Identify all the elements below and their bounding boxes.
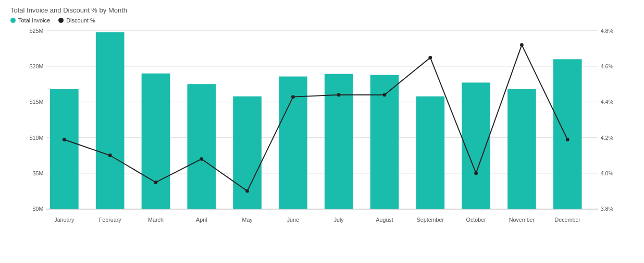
legend-black-dot <box>58 18 64 23</box>
xlabel-november: November <box>509 217 535 223</box>
xlabel-june: June <box>287 217 299 223</box>
chart-container: Total Invoice and Discount % by Month To… <box>0 0 644 263</box>
dot-july <box>337 93 341 97</box>
chart-area: $0M $5M $10M $15M $20M $25M 3.8% 4.0% 4.… <box>10 26 634 234</box>
legend-total-invoice-label: Total Invoice <box>18 17 50 23</box>
svg-text:$25M: $25M <box>30 28 44 34</box>
xlabel-january: January <box>54 217 75 223</box>
dot-august <box>383 93 387 97</box>
bar-march <box>142 74 170 209</box>
xlabel-december: December <box>554 217 580 223</box>
bar-december <box>553 59 582 209</box>
svg-text:3.8%: 3.8% <box>601 206 614 212</box>
xlabel-february: February <box>99 217 122 223</box>
xlabel-october: October <box>466 217 487 223</box>
dot-january <box>63 138 66 141</box>
svg-text:4.8%: 4.8% <box>601 28 614 34</box>
xlabel-march: March <box>148 217 164 223</box>
svg-text:$10M: $10M <box>30 135 44 141</box>
svg-text:4.0%: 4.0% <box>601 170 614 176</box>
svg-text:$15M: $15M <box>30 99 44 105</box>
dot-february <box>108 153 112 157</box>
xlabel-july: July <box>334 217 344 223</box>
xlabel-september: September <box>417 217 444 223</box>
dot-november <box>520 43 524 47</box>
discount-line <box>64 45 567 191</box>
bar-january <box>50 89 79 209</box>
svg-text:$5M: $5M <box>33 170 44 176</box>
xlabel-august: August <box>376 217 393 223</box>
dot-december <box>566 138 569 141</box>
dot-march <box>154 181 158 184</box>
legend-total-invoice: Total Invoice <box>10 17 50 23</box>
chart-svg: $0M $5M $10M $15M $20M $25M 3.8% 4.0% 4.… <box>10 26 634 234</box>
dot-may <box>245 189 249 193</box>
legend-teal-dot <box>10 18 16 23</box>
dot-june <box>291 95 295 99</box>
xlabel-april: April <box>196 217 207 223</box>
bar-february <box>96 32 125 209</box>
bar-september <box>416 97 444 209</box>
dot-april <box>200 157 203 161</box>
bar-april <box>187 84 216 209</box>
xlabel-may: May <box>242 217 253 223</box>
bar-november <box>507 89 536 209</box>
svg-text:4.4%: 4.4% <box>601 99 614 105</box>
chart-title: Total Invoice and Discount % by Month <box>10 6 634 14</box>
dot-october <box>474 172 478 175</box>
svg-text:$0M: $0M <box>33 206 44 212</box>
legend-discount: Discount % <box>58 17 95 23</box>
dot-september <box>428 56 432 59</box>
legend-discount-label: Discount % <box>66 17 95 23</box>
legend: Total Invoice Discount % <box>10 17 634 23</box>
svg-text:4.6%: 4.6% <box>601 63 614 69</box>
svg-text:$20M: $20M <box>30 63 44 69</box>
svg-text:4.2%: 4.2% <box>601 135 614 141</box>
